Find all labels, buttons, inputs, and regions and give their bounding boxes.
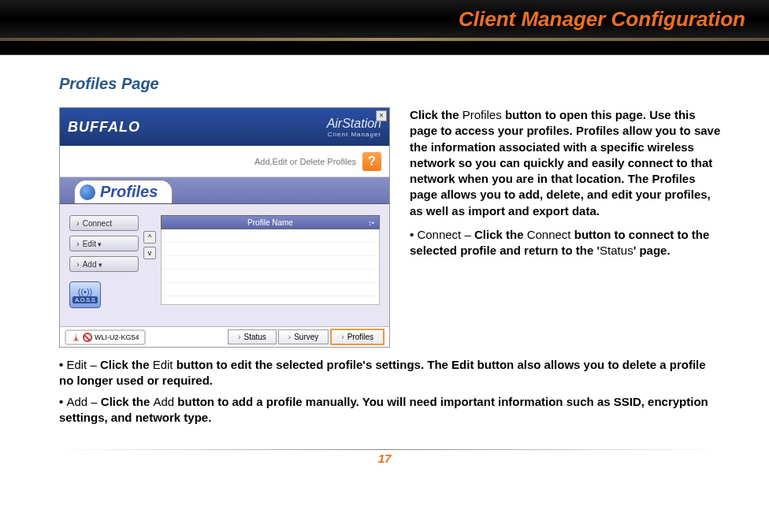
product-subtitle: Client Manager (327, 131, 381, 138)
device-name: WLI-U2-KG54 (95, 333, 139, 341)
intro-lead: Click the (410, 108, 463, 121)
tab-bar: Profiles (60, 177, 389, 204)
add-button-label: Add (83, 260, 102, 269)
connect-button[interactable]: Connect (69, 215, 139, 231)
bullet-edit: • Edit – Click the Edit button to edit t… (59, 357, 722, 389)
scroll-down-button[interactable]: v (143, 247, 156, 259)
footer-tab-status[interactable]: Status (228, 329, 277, 344)
footer-tabs: 🗼 WLI-U2-KG54 Status Survey Profiles (60, 326, 389, 347)
tab-profiles-label: Profiles (100, 183, 158, 201)
device-tower-icon: 🗼 (71, 333, 80, 341)
app-screenshot: BUFFALO AirStation Client Manager × Add,… (59, 107, 390, 348)
bullet-add: • Add – Click the Add button to add a pr… (59, 394, 722, 426)
app-titlebar: BUFFALO AirStation Client Manager × (60, 108, 389, 146)
edit-button[interactable]: Edit (69, 236, 139, 251)
close-icon[interactable]: × (376, 110, 387, 121)
tab-profiles[interactable]: Profiles (74, 180, 173, 203)
connect-button-label: Connect (83, 219, 112, 228)
intro-paragraph: Click the Profiles button to open this p… (410, 107, 722, 348)
add-button[interactable]: Add (69, 256, 139, 272)
header-stripe-dark (0, 41, 769, 55)
scroll-up-button[interactable]: ^ (143, 231, 156, 244)
footer-tab-status-label: Status (243, 333, 266, 341)
app-body: Connect Edit Add ((•)) A.O.S.S ^ v (60, 204, 389, 321)
wifi-icon: ((•)) (78, 287, 93, 296)
aoss-button[interactable]: ((•)) A.O.S.S (69, 281, 101, 308)
intro-rest: button to open this page. Use this page … (410, 108, 720, 218)
footer-tab-profiles-label: Profiles (347, 333, 373, 341)
tab-dot-icon (80, 184, 95, 200)
footer-tab-survey[interactable]: Survey (278, 329, 329, 344)
sort-icon[interactable]: ↕• (368, 216, 374, 230)
help-button[interactable]: ? (362, 152, 381, 171)
section-title: Profiles Page (59, 75, 722, 93)
device-chip[interactable]: 🗼 WLI-U2-KG54 (65, 329, 146, 345)
profile-name-column: Profile Name (247, 218, 293, 227)
edit-button-label: Edit (83, 240, 102, 248)
aoss-label: A.O.S.S (72, 296, 97, 303)
footer-tab-profiles[interactable]: Profiles (330, 329, 384, 345)
page-number: 17 (0, 452, 769, 465)
profile-list[interactable] (161, 229, 380, 305)
profile-list-header[interactable]: Profile Name ↕• (161, 215, 380, 229)
no-signal-icon (83, 333, 92, 342)
subtitle-text: Add,Edit or Delete Profiles (254, 157, 356, 166)
product-name: AirStation (327, 117, 381, 131)
bullet-connect: • Connect – Click the Connect button to … (410, 228, 709, 257)
subtitle-bar: Add,Edit or Delete Profiles ? (60, 146, 389, 177)
footer-rule (59, 449, 722, 450)
page-header-title: Client Manager Configuration (459, 7, 745, 32)
brand-logo: BUFFALO (68, 119, 140, 136)
footer-tab-survey-label: Survey (294, 333, 318, 341)
intro-term-profiles: Profiles (463, 108, 502, 121)
page-header: Client Manager Configuration (0, 0, 769, 38)
